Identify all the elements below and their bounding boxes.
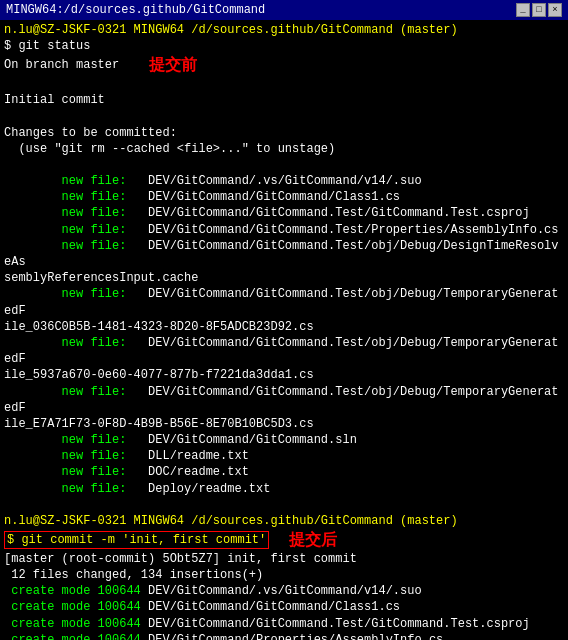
title-bar: MINGW64:/d/sources.github/GitCommand _ □…: [0, 0, 568, 20]
terminal-line: Changes to be committed:: [4, 125, 564, 141]
terminal-line: On branch master提交前: [4, 54, 564, 76]
terminal-line: new file: DEV/GitCommand/GitCommand.Test…: [4, 335, 564, 367]
annotation-before-commit: 提交前: [149, 54, 197, 76]
terminal-line: new file: DEV/GitCommand/GitCommand.Test…: [4, 286, 564, 318]
minimize-button[interactable]: _: [516, 3, 530, 17]
blank-line: [4, 157, 564, 173]
terminal-content: n.lu@SZ-JSKF-0321 MINGW64 /d/sources.git…: [0, 20, 568, 640]
terminal-line: new file: DOC/readme.txt: [4, 464, 564, 480]
terminal-window: MINGW64:/d/sources.github/GitCommand _ □…: [0, 0, 568, 640]
annotation-after-commit: 提交后: [289, 529, 337, 551]
terminal-line: create mode 100644 DEV/GitCommand/.vs/Gi…: [4, 583, 564, 599]
terminal-line: ile_036C0B5B-1481-4323-8D20-8F5ADCB23D92…: [4, 319, 564, 335]
terminal-line: n.lu@SZ-JSKF-0321 MINGW64 /d/sources.git…: [4, 513, 564, 529]
blank-line: [4, 76, 564, 92]
terminal-line: create mode 100644 DEV/GitCommand/GitCom…: [4, 599, 564, 615]
terminal-line: new file: DEV/GitCommand/GitCommand.Test…: [4, 222, 564, 238]
title-bar-controls: _ □ ×: [516, 3, 562, 17]
terminal-line: semblyReferencesInput.cache: [4, 270, 564, 286]
maximize-button[interactable]: □: [532, 3, 546, 17]
branch-text: On branch master: [4, 57, 119, 73]
terminal-line: Initial commit: [4, 92, 564, 108]
terminal-line: new file: DEV/GitCommand/GitCommand/Clas…: [4, 189, 564, 205]
terminal-line: create mode 100644 DEV/GitCommand/GitCom…: [4, 616, 564, 632]
terminal-line: new file: DEV/GitCommand/GitCommand.sln: [4, 432, 564, 448]
terminal-line: (use "git rm --cached <file>..." to unst…: [4, 141, 564, 157]
terminal-line: n.lu@SZ-JSKF-0321 MINGW64 /d/sources.git…: [4, 22, 564, 38]
terminal-line: new file: DEV/GitCommand/GitCommand.Test…: [4, 384, 564, 416]
terminal-line: [master (root-commit) 5Obt5Z7] init, fir…: [4, 551, 564, 567]
terminal-line: new file: Deploy/readme.txt: [4, 481, 564, 497]
close-button[interactable]: ×: [548, 3, 562, 17]
terminal-line: $ git status: [4, 38, 564, 54]
terminal-line: new file: DEV/GitCommand/.vs/GitCommand/…: [4, 173, 564, 189]
terminal-line: ile_E7A71F73-0F8D-4B9B-B56E-8E70B10BC5D3…: [4, 416, 564, 432]
commit-command-row: $ git commit -m 'init, first commit'提交后: [4, 529, 564, 551]
blank-line: [4, 497, 564, 513]
title-bar-text: MINGW64:/d/sources.github/GitCommand: [6, 3, 265, 17]
commit-command: $ git commit -m 'init, first commit': [4, 531, 269, 549]
terminal-line: new file: DEV/GitCommand/GitCommand.Test…: [4, 205, 564, 221]
blank-line: [4, 108, 564, 124]
terminal-line: ile_5937a670-0e60-4077-877b-f7221da3dda1…: [4, 367, 564, 383]
terminal-line: new file: DEV/GitCommand/GitCommand.Test…: [4, 238, 564, 270]
terminal-line: 12 files changed, 134 insertions(+): [4, 567, 564, 583]
terminal-line: new file: DLL/readme.txt: [4, 448, 564, 464]
terminal-line: create mode 100644 DEV/GitCommand/Proper…: [4, 632, 564, 640]
